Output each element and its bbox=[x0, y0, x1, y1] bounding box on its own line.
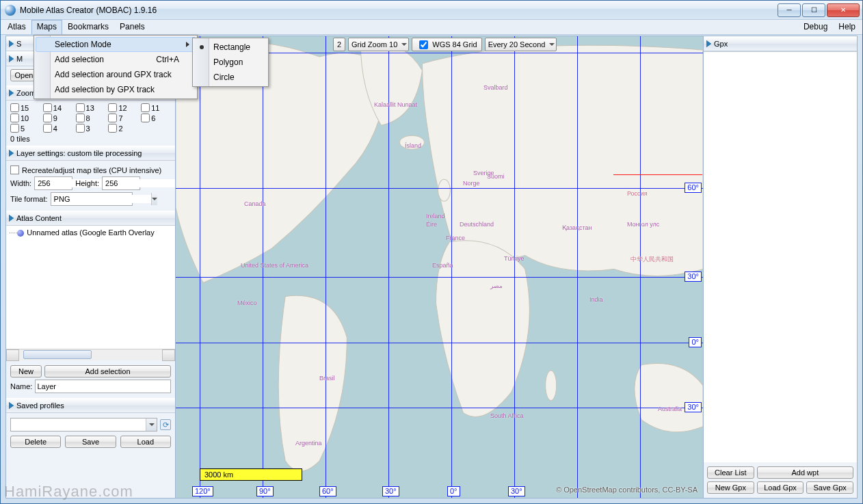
width-combo[interactable] bbox=[34, 176, 72, 190]
grid-line bbox=[514, 36, 515, 498]
maps-dropdown: Selection Mode Rectangle Polygon Circle … bbox=[34, 35, 198, 99]
zoom-level-9[interactable]: 9 bbox=[43, 114, 73, 122]
zoom-level-11[interactable]: 11 bbox=[141, 103, 171, 112]
lon-label: 60° bbox=[319, 486, 336, 496]
add-selection-button[interactable]: Add selection bbox=[44, 365, 171, 377]
clear-list-button[interactable]: Clear List bbox=[707, 466, 754, 479]
menu-atlas[interactable]: Atlas bbox=[2, 20, 31, 34]
lon-label: 30° bbox=[508, 486, 525, 496]
atlas-tree[interactable]: ····Unnamed atlas (Google Earth Overlay bbox=[6, 226, 175, 349]
save-gpx-button[interactable]: Save Gpx bbox=[806, 481, 853, 494]
lon-label: 90° bbox=[256, 486, 274, 496]
zoom-level-8[interactable]: 8 bbox=[76, 114, 106, 122]
section-gpx[interactable]: Gpx bbox=[704, 36, 857, 51]
refresh-icon[interactable]: ⟳ bbox=[160, 419, 171, 430]
svg-point-1 bbox=[399, 135, 424, 149]
new-gpx-button[interactable]: New Gpx bbox=[707, 481, 754, 494]
gpx-list[interactable] bbox=[704, 51, 857, 462]
grid-line bbox=[176, 408, 703, 408]
minimize-button[interactable]: ─ bbox=[778, 3, 801, 17]
tiles-count: 0 tiles bbox=[10, 135, 171, 143]
subitem-rectangle[interactable]: Rectangle bbox=[194, 40, 267, 55]
menuitem-selection-mode[interactable]: Selection Mode Rectangle Polygon Circle bbox=[36, 37, 196, 52]
lat-label: 60° bbox=[685, 183, 702, 193]
zoom-level-7[interactable]: 7 bbox=[108, 114, 138, 122]
add-wpt-button[interactable]: Add wpt bbox=[757, 466, 853, 479]
zoom-level-4[interactable]: 4 bbox=[43, 124, 73, 133]
app-icon bbox=[5, 5, 16, 16]
menu-panels[interactable]: Panels bbox=[114, 20, 150, 34]
zoom-level-14[interactable]: 14 bbox=[43, 103, 73, 112]
profile-save-button[interactable]: Save bbox=[65, 436, 116, 448]
expand-icon bbox=[9, 90, 14, 96]
wgs84-grid-checkbox[interactable]: WGS 84 Grid bbox=[412, 38, 481, 51]
grid-line bbox=[200, 36, 200, 498]
zoom-level-6[interactable]: 6 bbox=[141, 114, 171, 122]
height-combo[interactable] bbox=[102, 176, 140, 190]
lon-label: 0° bbox=[447, 486, 460, 496]
section-saved-profiles[interactable]: Saved profiles bbox=[6, 398, 175, 413]
load-gpx-button[interactable]: Load Gpx bbox=[757, 481, 804, 494]
grid-line bbox=[577, 36, 578, 498]
menu-bar: Atlas Maps Bookmarks Panels Debug Help bbox=[1, 20, 862, 35]
section-layer-settings[interactable]: Layer settings: custom tile processing bbox=[6, 146, 175, 161]
menuitem-add-around-gpx[interactable]: Add selection around GPX track bbox=[36, 67, 196, 82]
grid-line bbox=[176, 343, 703, 343]
grid-line bbox=[640, 36, 641, 498]
profile-load-button[interactable]: Load bbox=[120, 436, 171, 448]
menu-maps[interactable]: Maps bbox=[31, 20, 62, 34]
selection-line bbox=[613, 174, 702, 175]
menuitem-add-selection[interactable]: Add selectionCtrl+A bbox=[36, 52, 196, 67]
right-panel: Gpx Clear List Add wpt New Gpx Load Gpx … bbox=[703, 36, 857, 498]
zoom-level-15[interactable]: 15 bbox=[10, 103, 40, 112]
profile-combo[interactable] bbox=[10, 418, 157, 432]
lon-label: 120° bbox=[192, 486, 213, 496]
expand-icon bbox=[9, 215, 14, 222]
expand-icon bbox=[9, 150, 14, 157]
map-viewport[interactable]: 60° 30° 0° 30° 120° 90° 60° 30° 0° 30° C… bbox=[176, 36, 703, 498]
zoom-level-5[interactable]: 5 bbox=[10, 124, 40, 133]
zoom-grid: 15 14 13 12 11 10 9 8 7 6 5 4 3 2 bbox=[10, 103, 171, 133]
scale-bar: 3000 km bbox=[200, 468, 302, 481]
recreate-checkbox[interactable] bbox=[10, 165, 19, 174]
title-bar[interactable]: Mobile Atlas Creator (MOBAC) 1.9.16 ─ ☐ … bbox=[1, 1, 862, 20]
grid-line bbox=[388, 36, 389, 498]
subitem-polygon[interactable]: Polygon bbox=[194, 55, 267, 70]
lat-label: 30° bbox=[685, 271, 702, 282]
menu-debug[interactable]: Debug bbox=[798, 20, 833, 34]
zoom-number[interactable]: 2 bbox=[333, 38, 345, 51]
layer-name-input[interactable] bbox=[35, 380, 171, 393]
grid-line bbox=[263, 36, 263, 498]
expand-icon bbox=[9, 55, 14, 62]
maximize-button[interactable]: ☐ bbox=[802, 3, 825, 17]
tree-hscrollbar[interactable] bbox=[6, 349, 175, 360]
zoom-level-12[interactable]: 12 bbox=[108, 103, 138, 112]
client-area: S M Open Zoom Levels 15 14 13 12 11 10 9… bbox=[5, 36, 858, 499]
map-toolbar: 2 Grid Zoom 10 WGS 84 Grid Every 20 Seco… bbox=[333, 38, 557, 51]
left-panel: S M Open Zoom Levels 15 14 13 12 11 10 9… bbox=[6, 36, 176, 498]
svg-point-2 bbox=[438, 179, 450, 201]
new-atlas-button[interactable]: New bbox=[10, 365, 42, 377]
menuitem-add-by-gpx[interactable]: Add selection by GPX track bbox=[36, 82, 196, 97]
profile-delete-button[interactable]: Delete bbox=[10, 436, 61, 448]
subitem-circle[interactable]: Circle bbox=[194, 70, 267, 85]
world-map-svg bbox=[176, 36, 703, 498]
zoom-level-3[interactable]: 3 bbox=[76, 124, 106, 133]
grid-zoom-combo[interactable]: Grid Zoom 10 bbox=[348, 38, 409, 51]
expand-icon bbox=[706, 40, 711, 47]
selection-mode-submenu: Rectangle Polygon Circle bbox=[192, 38, 269, 87]
zoom-level-2[interactable]: 2 bbox=[108, 124, 138, 133]
radio-dot-icon bbox=[200, 45, 204, 49]
map-attribution: © OpenStreetMap contributors, CC-BY-SA bbox=[556, 486, 698, 494]
menu-bookmarks[interactable]: Bookmarks bbox=[62, 20, 114, 34]
zoom-level-10[interactable]: 10 bbox=[10, 114, 40, 122]
menu-help[interactable]: Help bbox=[833, 20, 861, 34]
zoom-level-13[interactable]: 13 bbox=[76, 103, 106, 112]
tile-format-combo[interactable] bbox=[51, 192, 133, 206]
app-window: Mobile Atlas Creator (MOBAC) 1.9.16 ─ ☐ … bbox=[0, 0, 863, 504]
grid-interval-combo[interactable]: Every 20 Second bbox=[485, 38, 557, 51]
lon-label: 30° bbox=[382, 486, 399, 496]
close-button[interactable]: ✕ bbox=[827, 3, 860, 17]
section-atlas-content[interactable]: Atlas Content bbox=[6, 211, 175, 226]
expand-icon bbox=[9, 402, 14, 409]
